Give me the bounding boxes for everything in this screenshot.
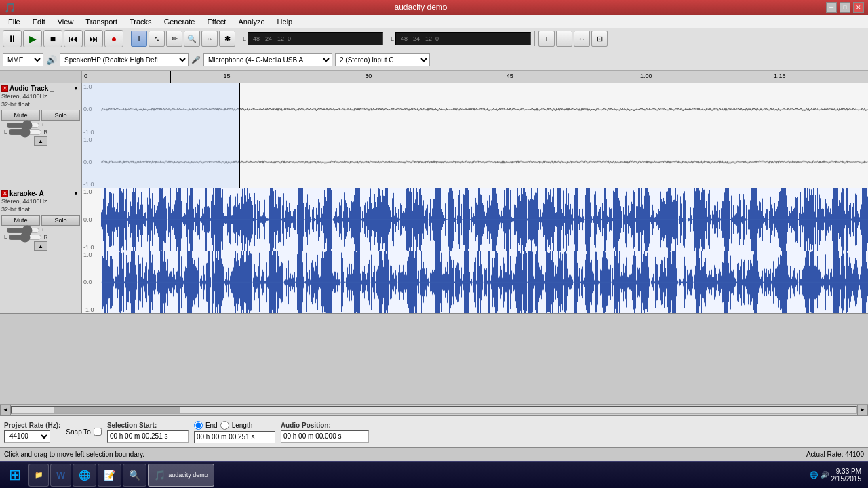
maximize-button[interactable]: □ — [840, 2, 850, 13]
audacity-label: audacity demo — [168, 472, 208, 479]
window-controls[interactable]: ─ □ ✕ — [826, 2, 864, 13]
track-2-amp-labels-top: 1.00.0-1.0 — [82, 188, 101, 251]
snap-to-checkbox[interactable] — [94, 428, 102, 436]
zoom-out-button[interactable]: − — [556, 30, 572, 47]
record-button[interactable]: ● — [104, 30, 123, 47]
envelope-tool-button[interactable]: ∿ — [149, 30, 165, 47]
track-2-waveform[interactable]: 1.00.0-1.0 1.00.0-1.0 — [82, 188, 868, 313]
start-button[interactable]: ⊞ — [3, 463, 27, 487]
scroll-track[interactable] — [11, 406, 857, 414]
track-1-info: Stereo, 44100Hz32-bit float — [1, 93, 80, 108]
track-1-waveform[interactable]: 1.00.0-1.0 1.00.0-1.0 — [82, 83, 868, 188]
output-device-select[interactable]: Speaker/HP (Realtek High Defi — [60, 53, 189, 66]
menu-edit[interactable]: Edit — [27, 16, 51, 27]
menu-transport[interactable]: Transport — [80, 16, 123, 27]
selection-start-input[interactable] — [107, 430, 189, 443]
end-length-radio-group[interactable]: End Length — [194, 421, 275, 430]
minimize-button[interactable]: ─ — [826, 2, 837, 13]
track-1-channel-bottom[interactable]: 1.00.0-1.0 — [82, 136, 868, 188]
pause-button[interactable]: ⏸ — [3, 30, 22, 47]
ruler-spacer — [0, 71, 82, 83]
word-icon: W — [56, 470, 65, 481]
ruler-mark-0: 0 — [84, 73, 87, 79]
scroll-left-button[interactable]: ◄ — [0, 405, 11, 415]
ruler-area[interactable]: 0 15 30 45 1:00 1:15 — [82, 71, 868, 83]
track-1-solo[interactable]: Solo — [41, 110, 80, 121]
selection-tool-button[interactable]: I — [131, 30, 147, 47]
input-channels-select[interactable]: 2 (Stereo) Input C — [335, 53, 430, 66]
track-1-dropdown[interactable]: ▼ — [73, 85, 80, 92]
track-2-channel-top[interactable]: 1.00.0-1.0 — [82, 188, 868, 251]
track-1-pan-slider[interactable] — [8, 129, 42, 135]
scroll-right-button[interactable]: ► — [857, 405, 868, 415]
horizontal-scrollbar[interactable]: ◄ ► — [0, 404, 868, 415]
track-1-collapse[interactable]: ▲ — [34, 136, 47, 146]
bottom-status-bar: Click and drag to move left selection bo… — [0, 447, 868, 461]
selection-end-input[interactable] — [194, 431, 275, 443]
taskbar-audacity[interactable]: 🎵 audacity demo — [148, 464, 214, 487]
scroll-thumb[interactable] — [54, 407, 180, 413]
ruler-mark-1m: 1:00 — [640, 73, 652, 79]
skip-start-button[interactable]: ⏮ — [64, 30, 83, 47]
menu-view[interactable]: View — [52, 16, 79, 27]
project-rate-select[interactable]: 44100 22050 48000 — [4, 430, 50, 443]
taskbar-file-explorer[interactable]: 📁 — [28, 464, 49, 487]
track-2-close[interactable]: ✕ — [1, 190, 8, 197]
menu-analyze[interactable]: Analyze — [233, 16, 270, 27]
track-1-close[interactable]: ✕ — [1, 85, 8, 92]
ruler-mark-30: 30 — [365, 73, 372, 79]
input-db-label: -48 — [397, 35, 409, 42]
track-1-pan-r: R — [43, 129, 47, 135]
end-length-group: End Length — [194, 421, 275, 443]
track-2-dropdown[interactable]: ▼ — [73, 190, 80, 197]
skip-end-button[interactable]: ⏭ — [84, 30, 103, 47]
zoom-sel-button[interactable]: ⊡ — [591, 30, 608, 47]
file-explorer-icon: 📁 — [35, 471, 43, 479]
track-1-vol-minus: − — [1, 122, 5, 128]
zoom-fit-button[interactable]: ↔ — [574, 30, 590, 47]
track-2-collapse[interactable]: ▲ — [34, 241, 47, 251]
menu-file[interactable]: File — [3, 16, 26, 27]
driver-select[interactable]: MME — [3, 53, 43, 66]
zoom-in-button[interactable]: + — [538, 30, 555, 47]
separator-1 — [127, 31, 127, 46]
taskbar-word[interactable]: W — [50, 464, 71, 487]
track-1-header: ✕ Audio Track _ ▼ Stereo, 44100Hz32-bit … — [0, 83, 82, 188]
multi-tool-button[interactable]: ✱ — [219, 30, 235, 47]
taskbar-chrome[interactable]: 🌐 — [73, 464, 96, 487]
clock-date: 2/15/2015 — [831, 475, 862, 483]
menu-generate[interactable]: Generate — [159, 16, 201, 27]
close-button[interactable]: ✕ — [853, 2, 864, 13]
taskbar-search[interactable]: 🔍 — [123, 464, 146, 487]
chrome-icon: 🌐 — [79, 470, 90, 481]
input-meter-label: L — [391, 35, 394, 42]
end-radio[interactable] — [194, 421, 203, 430]
tray-volume-icon: 🔊 — [821, 471, 829, 479]
menu-tracks[interactable]: Tracks — [124, 16, 157, 27]
play-button[interactable]: ▶ — [23, 30, 42, 47]
menu-help[interactable]: Help — [272, 16, 298, 27]
input-device-select[interactable]: Microphone (4- C-Media USB A — [203, 53, 332, 66]
zoom-tool-button[interactable]: 🔍 — [184, 30, 200, 47]
menu-effect[interactable]: Effect — [202, 16, 232, 27]
track-1-channel-top[interactable]: 1.00.0-1.0 — [82, 83, 868, 136]
track-2-pan-slider[interactable] — [8, 235, 42, 240]
timeshift-tool-button[interactable]: ↔ — [201, 30, 218, 47]
length-radio[interactable] — [220, 421, 229, 430]
stop-button[interactable]: ■ — [43, 30, 62, 47]
project-rate-label: Project Rate (Hz): — [4, 422, 60, 429]
clock-area: 9:33 PM 2/15/2015 — [831, 468, 862, 483]
device-toolbar-row: MME 🔊 Speaker/HP (Realtek High Defi 🎤 Mi… — [0, 49, 868, 70]
draw-tool-button[interactable]: ✏ — [166, 30, 182, 47]
search-icon: 🔍 — [129, 470, 140, 481]
project-rate-group: Project Rate (Hz): 44100 22050 48000 — [4, 422, 60, 443]
input-meter[interactable]: -48 -24 -12 0 — [395, 32, 531, 45]
taskbar-notepad[interactable]: 📝 — [98, 464, 121, 487]
track-2-solo[interactable]: Solo — [41, 215, 80, 226]
track-2-channel-bottom[interactable]: 1.00.0-1.0 — [82, 251, 868, 314]
track-2-amp-labels-bottom: 1.00.0-1.0 — [82, 251, 101, 314]
track-2-header: ✕ karaoke- A ▼ Stereo, 44100Hz32-bit flo… — [0, 188, 82, 313]
audio-position-input[interactable] — [281, 430, 369, 443]
output-meter[interactable]: -48 -24 -12 0 — [248, 32, 383, 45]
output-db-label: -48 — [250, 35, 261, 42]
